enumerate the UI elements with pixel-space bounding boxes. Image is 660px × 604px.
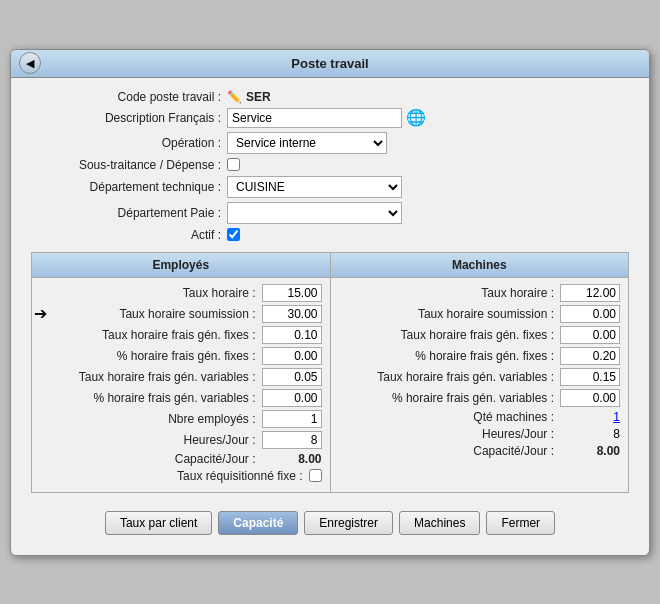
operation-label: Opération :	[31, 136, 221, 150]
mac-pct-var-input[interactable]	[560, 389, 620, 407]
mac-taux-soumission-input[interactable]	[560, 305, 620, 323]
mac-pct-fixes-label: % horaire frais gén. fixes :	[339, 349, 555, 363]
window-title: Poste travail	[291, 56, 368, 71]
emp-pct-var-label: % horaire frais gén. variables :	[40, 391, 256, 405]
mac-frais-fixes-input[interactable]	[560, 326, 620, 344]
mac-pct-var-row: % horaire frais gén. variables :	[339, 389, 621, 407]
mac-pct-var-label: % horaire frais gén. variables :	[339, 391, 555, 405]
dept-paie-label: Département Paie :	[31, 206, 221, 220]
emp-frais-var-input[interactable]	[262, 368, 322, 386]
emp-frais-var-row: Taux horaire frais gén. variables :	[40, 368, 322, 386]
mac-taux-horaire-input[interactable]	[560, 284, 620, 302]
actif-row: Actif :	[31, 228, 629, 242]
machines-panel: Machines Taux horaire : Taux horaire sou…	[331, 253, 629, 492]
code-label: Code poste travail :	[31, 90, 221, 104]
panels: Employés Taux horaire : ➔ Taux horaire s…	[31, 252, 629, 493]
enregistrer-button[interactable]: Enregistrer	[304, 511, 393, 535]
back-button[interactable]: ◀	[19, 52, 41, 74]
fermer-button[interactable]: Fermer	[486, 511, 555, 535]
description-input[interactable]	[227, 108, 402, 128]
emp-frais-fixes-row: Taux horaire frais gén. fixes :	[40, 326, 322, 344]
mac-heures-row: Heures/Jour : 8	[339, 427, 621, 441]
operation-row: Opération : Service interne Service exte…	[31, 132, 629, 154]
mac-capacite-label: Capacité/Jour :	[339, 444, 555, 458]
emp-pct-var-input[interactable]	[262, 389, 322, 407]
dept-technique-row: Département technique : CUISINE	[31, 176, 629, 198]
mac-frais-fixes-row: Taux horaire frais gén. fixes :	[339, 326, 621, 344]
dept-paie-select[interactable]	[227, 202, 402, 224]
emp-capacite-row: Capacité/Jour : 8.00	[40, 452, 322, 466]
mac-taux-horaire-label: Taux horaire :	[339, 286, 555, 300]
mac-taux-soumission-row: Taux horaire soumission :	[339, 305, 621, 323]
globe-icon[interactable]: 🌐	[406, 108, 426, 127]
mac-capacite-row: Capacité/Jour : 8.00	[339, 444, 621, 458]
emp-requisitionne-row: Taux réquisitionné fixe :	[40, 469, 322, 483]
code-value: SER	[246, 90, 271, 104]
emp-heures-label: Heures/Jour :	[40, 433, 256, 447]
emp-requisitionne-checkbox[interactable]	[309, 469, 322, 482]
machines-header: Machines	[331, 253, 629, 278]
emp-requisitionne-label: Taux réquisitionné fixe :	[40, 469, 303, 483]
mac-qte-row: Qté machines : 1	[339, 410, 621, 424]
actif-label: Actif :	[31, 228, 221, 242]
actif-checkbox[interactable]	[227, 228, 240, 241]
sous-traitance-checkbox[interactable]	[227, 158, 240, 171]
machines-body: Taux horaire : Taux horaire soumission :…	[331, 278, 629, 467]
machines-button[interactable]: Machines	[399, 511, 480, 535]
emp-pct-fixes-input[interactable]	[262, 347, 322, 365]
emp-heures-row: Heures/Jour :	[40, 431, 322, 449]
emp-frais-var-label: Taux horaire frais gén. variables :	[40, 370, 256, 384]
dept-paie-row: Département Paie :	[31, 202, 629, 224]
mac-frais-var-row: Taux horaire frais gén. variables :	[339, 368, 621, 386]
mac-qte-value[interactable]: 1	[560, 410, 620, 424]
footer-buttons: Taux par client Capacité Enregistrer Mac…	[31, 503, 629, 545]
sous-traitance-label: Sous-traitance / Dépense :	[31, 158, 221, 172]
emp-taux-soumission-row: ➔ Taux horaire soumission :	[40, 305, 322, 323]
description-label: Description Français :	[31, 111, 221, 125]
emp-nbre-input[interactable]	[262, 410, 322, 428]
mac-frais-var-label: Taux horaire frais gén. variables :	[339, 370, 555, 384]
arrow-indicator: ➔	[34, 304, 47, 323]
sous-traitance-row: Sous-traitance / Dépense :	[31, 158, 629, 172]
mac-frais-fixes-label: Taux horaire frais gén. fixes :	[339, 328, 555, 342]
emp-taux-horaire-row: Taux horaire :	[40, 284, 322, 302]
emp-frais-fixes-label: Taux horaire frais gén. fixes :	[40, 328, 256, 342]
employes-header: Employés	[32, 253, 330, 278]
emp-nbre-row: Nbre employés :	[40, 410, 322, 428]
emp-capacite-value: 8.00	[262, 452, 322, 466]
emp-nbre-label: Nbre employés :	[40, 412, 256, 426]
emp-pct-fixes-row: % horaire frais gén. fixes :	[40, 347, 322, 365]
emp-taux-soumission-label: Taux horaire soumission :	[40, 307, 256, 321]
employes-panel: Employés Taux horaire : ➔ Taux horaire s…	[32, 253, 331, 492]
mac-pct-fixes-input[interactable]	[560, 347, 620, 365]
emp-heures-input[interactable]	[262, 431, 322, 449]
emp-pct-fixes-label: % horaire frais gén. fixes :	[40, 349, 256, 363]
taux-par-client-button[interactable]: Taux par client	[105, 511, 212, 535]
dept-technique-label: Département technique :	[31, 180, 221, 194]
capacite-button[interactable]: Capacité	[218, 511, 298, 535]
emp-taux-horaire-label: Taux horaire :	[40, 286, 256, 300]
content-area: Code poste travail : ✏️ SER Description …	[11, 78, 649, 555]
mac-frais-var-input[interactable]	[560, 368, 620, 386]
mac-taux-horaire-row: Taux horaire :	[339, 284, 621, 302]
main-window: ◀ Poste travail Code poste travail : ✏️ …	[10, 49, 650, 556]
mac-heures-value: 8	[560, 427, 620, 441]
emp-taux-horaire-input[interactable]	[262, 284, 322, 302]
emp-capacite-label: Capacité/Jour :	[40, 452, 256, 466]
title-bar: ◀ Poste travail	[11, 50, 649, 78]
operation-select[interactable]: Service interne Service externe	[227, 132, 387, 154]
mac-pct-fixes-row: % horaire frais gén. fixes :	[339, 347, 621, 365]
emp-pct-var-row: % horaire frais gén. variables :	[40, 389, 322, 407]
employes-body: Taux horaire : ➔ Taux horaire soumission…	[32, 278, 330, 492]
mac-qte-label: Qté machines :	[339, 410, 555, 424]
dept-technique-select[interactable]: CUISINE	[227, 176, 402, 198]
emp-taux-soumission-input[interactable]	[262, 305, 322, 323]
mac-heures-label: Heures/Jour :	[339, 427, 555, 441]
emp-frais-fixes-input[interactable]	[262, 326, 322, 344]
mac-taux-soumission-label: Taux horaire soumission :	[339, 307, 555, 321]
description-row: Description Français : 🌐	[31, 108, 629, 128]
form-section: Code poste travail : ✏️ SER Description …	[31, 90, 629, 242]
code-row: Code poste travail : ✏️ SER	[31, 90, 629, 104]
edit-icon: ✏️	[227, 90, 242, 104]
mac-capacite-value: 8.00	[560, 444, 620, 458]
